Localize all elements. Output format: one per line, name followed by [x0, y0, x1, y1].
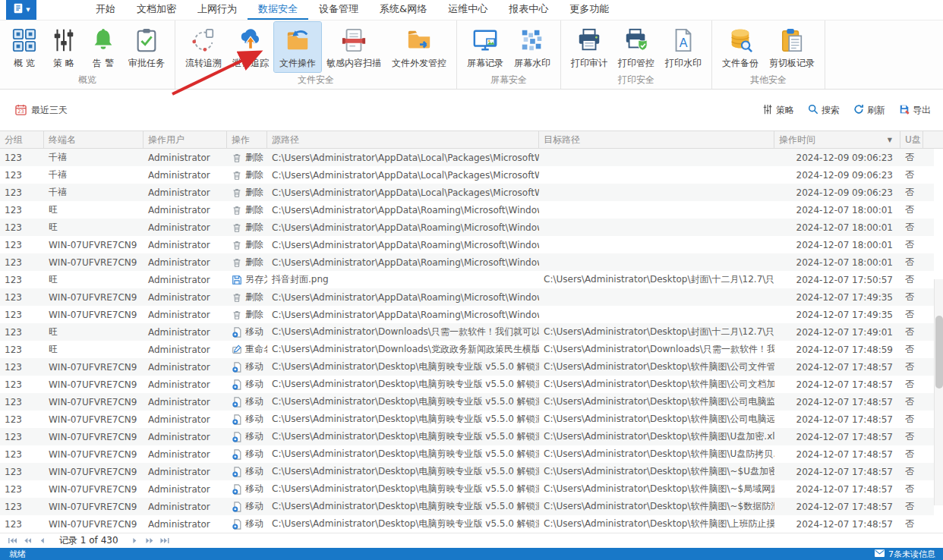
print-watermark-button[interactable]: A 打印水印 — [660, 22, 707, 72]
cell-operation: 移动 — [227, 518, 267, 530]
tab-device-management[interactable]: 设备管理 — [308, 0, 369, 20]
cell-source-path: C:\Users\Administrator\AppData\Roaming\M… — [267, 240, 539, 250]
column-header-target-path[interactable]: 目标路径 — [539, 131, 774, 148]
table-row[interactable]: 123WIN-07UFVRE7CN9Administrator移动C:\User… — [0, 445, 934, 463]
table-row[interactable]: 123千禧Administrator删除C:\Users\Administrat… — [0, 149, 934, 166]
tab-more-features[interactable]: 更多功能 — [559, 0, 620, 20]
cell-terminal: WIN-07UFVRE7CN9 — [44, 379, 144, 390]
status-text: 就绪 — [9, 549, 26, 560]
table-row[interactable]: 123WIN-07UFVRE7CN9Administrator移动C:\User… — [0, 498, 934, 515]
operation-label: 删除 — [245, 151, 263, 164]
column-header-operation[interactable]: 操作 — [227, 131, 267, 148]
table-row[interactable]: 123千禧Administrator删除C:\Users\Administrat… — [0, 166, 934, 184]
search-button[interactable]: 搜索 — [808, 104, 840, 117]
screen-record-button[interactable]: 屏幕记录 — [462, 22, 509, 72]
unread-messages[interactable]: 7条未读信息 — [875, 549, 935, 560]
table-row[interactable]: 123WIN-07UFVRE7CN9Administrator移动C:\User… — [0, 393, 934, 411]
print-audit-button[interactable]: 打印审计 — [566, 22, 613, 72]
table-row[interactable]: 123WIN-07UFVRE7CN9Administrator移动C:\User… — [0, 358, 934, 376]
pagination-bar: 记录 1 of 430 — [0, 533, 943, 548]
column-header-terminal[interactable]: 终端名 — [44, 131, 144, 148]
circulation-trace-button[interactable]: 流转追溯 — [180, 22, 227, 72]
cell-user: Administrator — [144, 362, 227, 373]
table-row[interactable]: 123旺Administrator移动C:\Users\Administrato… — [0, 323, 934, 341]
tab-data-security[interactable]: 数据安全 — [248, 0, 308, 20]
cell-group: 123 — [0, 257, 44, 268]
cell-target-path: C:\Users\Administrator\Desktop\封面\十二月\12… — [539, 273, 774, 286]
table-row[interactable]: 123WIN-07UFVRE7CN9Administrator移动C:\User… — [0, 480, 934, 498]
first-page-button[interactable] — [6, 536, 18, 546]
strategy-button[interactable]: 策略 — [762, 104, 794, 117]
export-icon — [899, 104, 910, 117]
clipboard-record-button[interactable]: 剪切板记录 — [764, 22, 820, 72]
scrollbar-thumb[interactable] — [935, 316, 943, 389]
next-page-button[interactable] — [129, 536, 141, 546]
ribbon-group-label: 屏幕安全 — [462, 72, 556, 90]
operation-label: 移动 — [245, 395, 263, 408]
operation-label: 删除 — [245, 168, 263, 181]
table-row[interactable]: 123WIN-07UFVRE7CN9Administrator删除C:\User… — [0, 253, 934, 271]
message-icon — [875, 549, 885, 559]
svg-text:A: A — [680, 36, 688, 49]
cell-usb: 否 — [900, 448, 923, 461]
file-outgoing-control-button[interactable]: 文件外发管控 — [386, 22, 452, 72]
table-row[interactable]: 123WIN-07UFVRE7CN9Administrator移动C:\User… — [0, 428, 934, 445]
table-row[interactable]: 123WIN-07UFVRE7CN9Administrator删除C:\User… — [0, 288, 934, 306]
tab-start[interactable]: 开始 — [85, 0, 126, 20]
delete-icon — [232, 222, 242, 233]
screen-watermark-button[interactable]: 屏幕水印 — [509, 22, 556, 72]
ribbon: 概 览 策 略 告 警 审批任务 概览 — [0, 20, 943, 90]
vertical-scrollbar[interactable] — [934, 279, 943, 505]
prev-fast-icon — [24, 537, 32, 544]
table-row[interactable]: 123旺Administrator删除C:\Users\Administrato… — [0, 219, 934, 236]
table-row[interactable]: 123旺Administrator另存为抖音封面.pngC:\Users\Adm… — [0, 271, 934, 288]
prev-page-button[interactable] — [36, 536, 49, 546]
file-backup-button[interactable]: 文件备份 — [717, 22, 764, 72]
table-row[interactable]: 123千禧Administrator删除C:\Users\Administrat… — [0, 184, 934, 201]
table-row[interactable]: 123WIN-07UFVRE7CN9Administrator移动C:\User… — [0, 411, 934, 428]
menubar: ▼ 开始 文档加密 上网行为 数据安全 设备管理 系统&网络 运维中心 报表中心… — [0, 0, 943, 20]
table-row[interactable]: 123WIN-07UFVRE7CN9Administrator删除C:\User… — [0, 236, 934, 253]
column-header-group[interactable]: 分组 — [0, 131, 44, 148]
cell-group: 123 — [0, 379, 44, 390]
tab-report-center[interactable]: 报表中心 — [498, 0, 559, 20]
alert-button[interactable]: 告 警 — [84, 22, 123, 72]
print-control-button[interactable]: 打印管控 — [613, 22, 660, 72]
operation-label: 删除 — [245, 291, 263, 304]
column-header-usb[interactable]: U盘 — [900, 131, 923, 148]
cell-source-path: C:\Users\Administrator\Desktop\电脑剪映专业版 v… — [267, 448, 539, 461]
cell-operation-time: 2024-12-07 17:49:35 — [774, 310, 900, 320]
prev-fast-button[interactable] — [21, 536, 33, 546]
tab-doc-encryption[interactable]: 文档加密 — [126, 0, 187, 20]
table-row[interactable]: 123旺Administrator重命名C:\Users\Administrat… — [0, 341, 934, 358]
cell-operation-time: 2024-12-07 17:48:59 — [774, 344, 900, 355]
policy-button[interactable]: 策 略 — [44, 22, 84, 72]
column-header-source-path[interactable]: 源路径 — [267, 131, 539, 148]
table-row[interactable]: 123WIN-07UFVRE7CN9Administrator删除C:\User… — [0, 306, 934, 323]
cell-operation: 删除 — [227, 291, 267, 304]
operation-label: 移动 — [245, 326, 263, 338]
column-header-time[interactable]: 操作时间 ▼ — [774, 131, 900, 148]
next-fast-button[interactable] — [144, 536, 156, 546]
sensitive-content-scan-button[interactable]: 敏感内容扫描 — [321, 22, 386, 72]
tab-ops-center[interactable]: 运维中心 — [437, 0, 498, 20]
app-menu-button[interactable]: ▼ — [6, 0, 36, 20]
tab-system-network[interactable]: 系统&网络 — [369, 0, 437, 20]
cell-terminal: WIN-07UFVRE7CN9 — [44, 502, 144, 512]
export-button[interactable]: 导出 — [899, 104, 931, 117]
table-row[interactable]: 123WIN-07UFVRE7CN9Administrator移动C:\User… — [0, 463, 934, 480]
refresh-button[interactable]: 刷新 — [853, 104, 885, 117]
date-range-filter[interactable]: 23 最近三天 — [15, 104, 68, 118]
approval-tasks-button[interactable]: 审批任务 — [123, 22, 170, 72]
cell-group: 123 — [0, 519, 44, 530]
leak-tracking-button[interactable]: 泄密追踪 — [227, 22, 274, 72]
file-operations-button[interactable]: 文件操作 — [274, 22, 321, 72]
overview-button[interactable]: 概 览 — [5, 22, 44, 72]
cell-operation-time: 2024-12-07 17:48:57 — [774, 362, 900, 373]
tab-web-behavior[interactable]: 上网行为 — [187, 0, 248, 20]
table-row[interactable]: 123旺Administrator删除C:\Users\Administrato… — [0, 201, 934, 219]
column-header-user[interactable]: 操作用户 — [144, 131, 227, 148]
table-row[interactable]: 123WIN-07UFVRE7CN9Administrator移动C:\User… — [0, 376, 934, 393]
last-page-button[interactable] — [159, 536, 172, 546]
table-row[interactable]: 123WIN-07UFVRE7CN9Administrator移动C:\User… — [0, 515, 934, 533]
